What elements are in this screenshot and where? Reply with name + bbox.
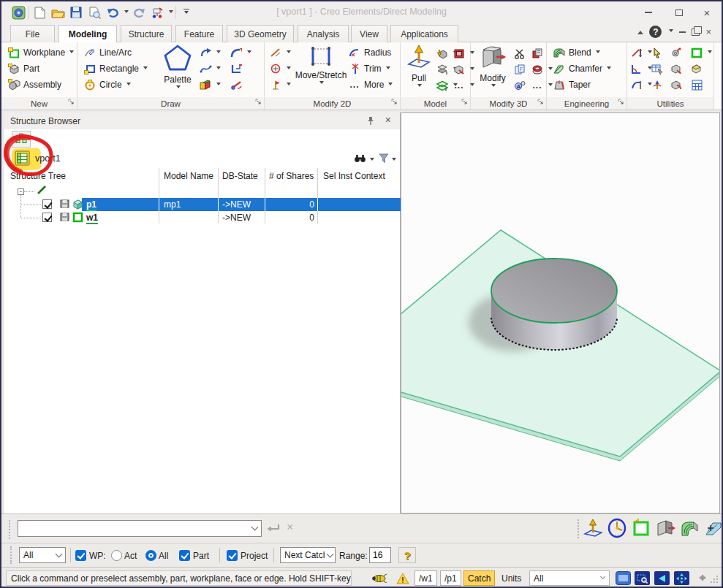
orient-button[interactable]: [651, 77, 664, 92]
range-input[interactable]: [369, 547, 391, 563]
part-cylinder[interactable]: [491, 259, 617, 350]
workplane-button[interactable]: Workplane: [7, 45, 74, 60]
find-dropdown-icon[interactable]: [370, 158, 374, 163]
visibility-checkbox[interactable]: [42, 199, 52, 209]
select-table-button[interactable]: [651, 61, 664, 76]
shares-cell[interactable]: 0: [269, 213, 314, 223]
dropdown-arrow-icon[interactable]: [287, 83, 291, 88]
part-props-button[interactable]: [670, 61, 683, 76]
close-button[interactable]: ×: [699, 5, 715, 20]
measure-angle-button[interactable]: [630, 61, 652, 76]
dropdown-arrow-icon[interactable]: [126, 83, 131, 88]
blend-icon[interactable]: [679, 518, 700, 541]
delete-segment-button[interactable]: [230, 77, 243, 92]
tab-3d-geometry[interactable]: 3D Geometry: [227, 25, 294, 43]
copy-paste-button[interactable]: F: [513, 62, 526, 77]
child-restore-icon[interactable]: [692, 28, 700, 36]
help-icon[interactable]: ?: [649, 26, 662, 38]
part-button[interactable]: Part: [7, 61, 39, 76]
modify-circle-button[interactable]: [269, 61, 291, 76]
dropdown-arrow-icon[interactable]: [216, 50, 221, 56]
find-icon[interactable]: [354, 153, 366, 165]
dropdown-arrow-icon[interactable]: [216, 66, 221, 72]
browser-box-button[interactable]: [690, 61, 703, 76]
tab-feature[interactable]: Feature: [175, 25, 223, 43]
visibility-checkbox[interactable]: [42, 213, 52, 222]
console-icon[interactable]: [616, 571, 631, 587]
group-expander-icon[interactable]: [255, 97, 262, 107]
catch-toggle-button[interactable]: Catch: [463, 570, 495, 586]
filter-dropdown-icon[interactable]: [392, 158, 396, 163]
more-2d-button[interactable]: ... More: [348, 77, 393, 92]
annotate-3d-button[interactable]: A: [513, 78, 526, 93]
dropdown-arrow-icon[interactable]: [287, 66, 291, 72]
modify-point-button[interactable]: [269, 77, 291, 92]
group-expander-icon[interactable]: [461, 97, 468, 107]
cut-button[interactable]: [513, 46, 526, 61]
toolbar-grip[interactable]: [578, 519, 579, 538]
tree-expander[interactable]: -: [18, 188, 24, 195]
minimize-button[interactable]: [640, 5, 656, 20]
modify-button[interactable]: Modify: [474, 44, 512, 89]
command-enter-icon[interactable]: [266, 523, 281, 536]
split-arrows-icon[interactable]: [694, 573, 707, 584]
table-row[interactable]: w1 ->NEW 0: [4, 211, 401, 224]
dropdown-arrow-icon[interactable]: [287, 50, 291, 56]
table-row[interactable]: p1 mp1 ->NEW 0: [4, 198, 401, 211]
modify-line-button[interactable]: [269, 45, 291, 60]
command-input[interactable]: [18, 521, 249, 536]
viewport-item-label[interactable]: vport1: [35, 153, 61, 164]
taper-button[interactable]: Taper: [553, 77, 591, 92]
column-header[interactable]: DB-State: [222, 171, 258, 181]
arc-tangent-button[interactable]: [199, 45, 221, 60]
line-arc-button[interactable]: Line/Arc: [83, 45, 132, 60]
db-state-cell[interactable]: ->NEW: [222, 199, 251, 210]
all-radio[interactable]: [145, 550, 156, 561]
zoom-region-icon[interactable]: [635, 571, 650, 585]
chamfer-button[interactable]: Chamfer: [553, 61, 611, 76]
tab-view[interactable]: View: [351, 25, 387, 43]
palette-button[interactable]: Palette: [161, 44, 194, 91]
group-expander-icon[interactable]: [618, 97, 624, 107]
root-node-icon[interactable]: [36, 184, 48, 198]
help-question-icon[interactable]: ?: [398, 547, 416, 563]
group-expander-icon[interactable]: [391, 97, 398, 107]
pin-icon[interactable]: [366, 116, 375, 128]
group-expander-icon[interactable]: [68, 97, 75, 107]
help-dropdown-icon[interactable]: [669, 29, 673, 34]
circle-button[interactable]: Circle: [83, 77, 131, 92]
move-stretch-button[interactable]: Move/Stretch: [295, 45, 347, 86]
dropdown-arrow-icon[interactable]: [607, 66, 611, 72]
dropdown-arrow-icon[interactable]: [176, 85, 181, 91]
assembly-button[interactable]: Assembly: [7, 77, 61, 92]
toolbar-grip[interactable]: [10, 546, 12, 564]
model-name-cell[interactable]: mp1: [164, 199, 181, 210]
fillet-button[interactable]: [230, 45, 251, 60]
pull-icon[interactable]: [583, 518, 603, 541]
dropdown-arrow-icon[interactable]: [216, 83, 221, 88]
dropdown-arrow-icon[interactable]: [247, 50, 251, 56]
modify-icon[interactable]: [655, 518, 675, 541]
chevron-down-icon[interactable]: [249, 521, 261, 536]
command-clear-icon[interactable]: ×: [287, 521, 293, 534]
wp-checkbox[interactable]: [75, 550, 86, 561]
node-name[interactable]: p1: [86, 199, 96, 211]
blend-button[interactable]: Blend: [553, 45, 600, 60]
rectangle-button[interactable]: Rectangle: [83, 61, 148, 76]
back-view-icon[interactable]: [654, 571, 670, 585]
column-header[interactable]: # of Shares: [269, 171, 314, 181]
catch-mode-combo[interactable]: Next Catch: [280, 547, 336, 563]
new-workplane-icon[interactable]: [631, 518, 651, 541]
pull-button[interactable]: Pull: [404, 44, 434, 89]
db-state-cell[interactable]: ->NEW: [222, 213, 251, 223]
part-checkbox[interactable]: [179, 550, 190, 561]
dropdown-arrow-icon[interactable]: [69, 50, 74, 56]
group-expander-icon[interactable]: [537, 97, 544, 107]
calculator-button[interactable]: [690, 77, 703, 92]
panel-close-icon[interactable]: ×: [385, 114, 391, 126]
spline-button[interactable]: [199, 61, 221, 76]
command-input-combo[interactable]: [18, 520, 262, 537]
3d-viewport[interactable]: [401, 112, 720, 513]
table-view-icon[interactable]: [15, 150, 30, 168]
dropdown-arrow-icon[interactable]: [319, 81, 324, 86]
